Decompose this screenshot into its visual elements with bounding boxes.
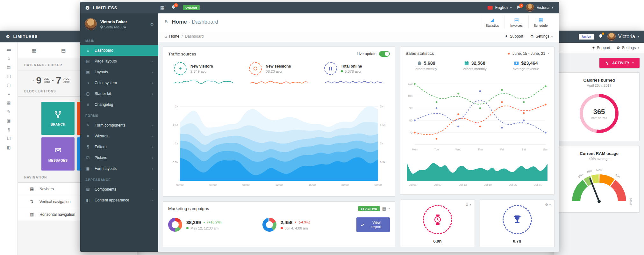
- svg-text:100%: 100%: [629, 198, 632, 205]
- quick-link-statistics[interactable]: ◢ Statistics: [480, 16, 504, 29]
- rail-icon-home[interactable]: ⌂: [0, 56, 18, 61]
- rail-icon[interactable]: ▬: [0, 47, 18, 52]
- active-badge[interactable]: Active: [579, 34, 594, 40]
- sidebar-item-form-components[interactable]: ✎ Form components ›: [80, 120, 158, 131]
- settings-menu[interactable]: ⚙ Settings ▾: [530, 34, 553, 39]
- date-dash: -: [52, 77, 54, 83]
- live-update-label: Live update: [357, 52, 376, 56]
- sidebar-item-label: Form layouts: [95, 166, 117, 171]
- activity-label: ACTIVITY: [612, 61, 629, 65]
- svg-text:Jul 13: Jul 13: [459, 183, 467, 186]
- chevron-down-icon: ▾: [389, 207, 390, 210]
- sidebar-item-label: Wizards: [95, 134, 108, 138]
- live-update-toggle[interactable]: [379, 51, 390, 57]
- rail-icon-editors[interactable]: ¶: [0, 127, 18, 132]
- user-menu[interactable]: Victoria ▾: [526, 4, 553, 12]
- sidebar-item-form-layouts[interactable]: ▣ Form layouts ›: [80, 163, 158, 174]
- svg-text:20:00: 20:00: [341, 183, 349, 186]
- rail-icon-pages[interactable]: ◫: [0, 74, 18, 78]
- ram-card: Current RAM usage 49% average 30%40%50%7…: [559, 146, 640, 213]
- sales-statistics-card: Sales statistics ◆ June, 15 - June, 21 ▾: [400, 47, 555, 195]
- statistics-icon: ◢: [480, 17, 504, 23]
- online-sparkline: [324, 77, 384, 90]
- rail-icon-forms[interactable]: ✎: [0, 109, 18, 114]
- card-settings-menu[interactable]: ⚙ ▾: [545, 203, 551, 207]
- rail-icon-starter[interactable]: ▢: [0, 83, 18, 87]
- refresh-icon[interactable]: ↻: [165, 19, 169, 25]
- visitors-sparkline: [174, 77, 234, 90]
- marketing-title: Marketing campaigns: [168, 206, 209, 211]
- block-button-branch[interactable]: BRANCH: [41, 102, 75, 135]
- rail-icon-form-layouts[interactable]: ▣: [0, 118, 18, 123]
- svg-text:Sat: Sat: [522, 148, 526, 151]
- sidebar-item-pickers[interactable]: ☑ Pickers ›: [80, 152, 158, 163]
- user-menu[interactable]: Victoria ▾: [607, 33, 639, 41]
- sales-date-range-picker[interactable]: ◆ June, 15 - June, 21 ▾: [508, 51, 549, 56]
- sidebar-item-color-system[interactable]: ◑ Color system ›: [80, 77, 158, 88]
- menu-grid-button[interactable]: ▦: [160, 5, 164, 10]
- messages-button[interactable]: 3: [516, 5, 521, 11]
- svg-text:00:00: 00:00: [375, 183, 382, 186]
- date-from-month: JUL: [44, 77, 50, 80]
- gear-icon: ⚙: [545, 203, 548, 207]
- svg-text:90: 90: [409, 107, 412, 110]
- sidebar-user-location: Santa Ana, CA: [104, 25, 126, 29]
- rail-icon-appearance[interactable]: ◧: [0, 145, 18, 150]
- campaign-value: 38,289: [186, 220, 201, 225]
- breadcrumb-home[interactable]: Home: [169, 34, 179, 39]
- svg-text:Mon: Mon: [412, 148, 418, 151]
- campaign-date: Jun 4, 4:00 am: [285, 226, 308, 230]
- svg-text:100: 100: [408, 94, 412, 98]
- rail-icon-components[interactable]: ▦: [0, 100, 18, 105]
- tab-grid-icon[interactable]: ▦: [32, 47, 36, 53]
- brand[interactable]: ⚙ LIMITLESS: [85, 5, 117, 10]
- rail-icon-changelog[interactable]: ≡: [0, 91, 18, 96]
- sidebar-item-content-appearance[interactable]: ◧ Content appearance ›: [80, 195, 158, 206]
- tab-grid2-icon[interactable]: ▤: [61, 47, 66, 53]
- sidebar-item-components[interactable]: ▦ Components ›: [80, 184, 158, 195]
- sidebar-item-label: Starter kit: [95, 91, 111, 96]
- nav-item-label: Navbars: [39, 187, 54, 191]
- sidebar-item-layouts[interactable]: ▦ Layouts ›: [80, 67, 158, 77]
- chevron-down-icon: ▾: [552, 6, 553, 9]
- rail-icon-layouts[interactable]: ▤: [0, 65, 18, 69]
- branch-icon: [54, 111, 62, 119]
- chart-line-icon: [361, 223, 365, 227]
- language-menu[interactable]: English ▾: [488, 5, 512, 10]
- bell-button[interactable]: 5: [171, 5, 176, 11]
- marketing-campaigns-card: Marketing campaigns 38 ACTIVE ▦ ▾: [163, 201, 395, 247]
- avatar: [526, 4, 534, 12]
- watch-icon: [433, 215, 442, 225]
- bell-button[interactable]: [598, 34, 603, 40]
- stat-name: Total online: [341, 64, 362, 69]
- quick-link-invoices[interactable]: ▤ Invoices: [504, 16, 528, 29]
- gear-icon[interactable]: ⚙: [150, 22, 154, 27]
- sidebar-item-wizards[interactable]: ※ Wizards ›: [80, 131, 158, 142]
- online-status-badge: ONLINE: [183, 5, 200, 10]
- view-report-button[interactable]: View report: [356, 217, 390, 232]
- sidebar-user-card[interactable]: Victoria Baker Santa Ana, CA ⚙: [80, 13, 158, 35]
- brand[interactable]: ⚙ LIMITLESS: [6, 34, 38, 39]
- settings-menu[interactable]: ⚙ Settings ▾: [617, 46, 639, 50]
- view-report-label: View report: [368, 220, 385, 229]
- stat-name: New sessions: [266, 64, 291, 69]
- rail-icon-pickers[interactable]: ☑: [0, 136, 18, 141]
- grid-icon[interactable]: ▦: [382, 206, 386, 211]
- location-pin-icon: [100, 26, 103, 29]
- plus-circle-icon: +: [174, 62, 187, 75]
- activity-button[interactable]: ACTIVITY ▾: [599, 58, 640, 68]
- sidebar-item-changelog[interactable]: ≡ Changelog: [80, 99, 158, 110]
- support-link[interactable]: ✈ Support: [505, 34, 523, 39]
- card-settings-menu[interactable]: ⚙ ▾: [465, 203, 471, 207]
- sidebar-item-editors[interactable]: ¶ Editors ›: [80, 142, 158, 152]
- color-system-icon: ◑: [85, 81, 90, 85]
- block-button-messages[interactable]: ✉ MESSAGES: [41, 137, 75, 171]
- sidebar-item-page-layouts[interactable]: ▤ Page layouts ›: [80, 56, 158, 67]
- support-link[interactable]: ✈ Support: [592, 46, 610, 50]
- paper-plane-icon: ✈: [505, 34, 508, 39]
- stat-value: 08:20 avg: [266, 69, 291, 73]
- quick-link-schedule[interactable]: ▦ Schedule: [528, 16, 553, 29]
- sidebar-item-dashboard[interactable]: ⌂ Dashboard: [80, 45, 158, 56]
- blue-ring: [503, 205, 532, 234]
- sidebar-item-starter-kit[interactable]: ▢ Starter kit ›: [80, 88, 158, 99]
